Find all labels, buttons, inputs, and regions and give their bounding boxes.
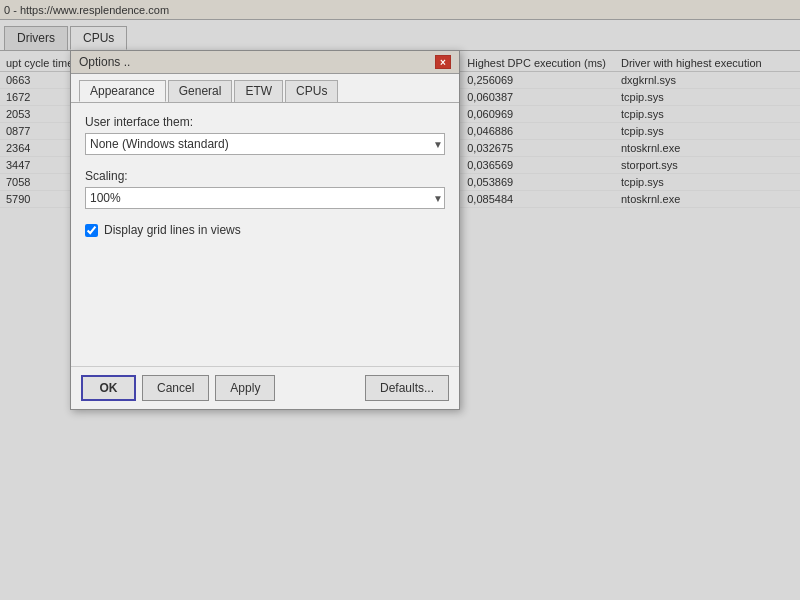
scaling-select-wrapper: 75%100%125%150% ▼ bbox=[85, 187, 445, 209]
gridlines-checkbox[interactable] bbox=[85, 224, 98, 237]
dialog-title-bar: Options .. × bbox=[71, 51, 459, 74]
dialog-tab-appearance[interactable]: Appearance bbox=[79, 80, 166, 102]
ui-theme-select-wrapper: None (Windows standard)Windows ClassicDa… bbox=[85, 133, 445, 155]
scaling-label: Scaling: bbox=[85, 169, 445, 183]
modal-overlay: Options .. × Appearance General ETW CPUs… bbox=[0, 20, 800, 600]
title-bar: 0 - https://www.resplendence.com bbox=[0, 0, 800, 20]
dialog-footer: OK Cancel Apply Defaults... bbox=[71, 366, 459, 409]
scaling-select[interactable]: 75%100%125%150% bbox=[85, 187, 445, 209]
dialog-tab-general[interactable]: General bbox=[168, 80, 233, 102]
title-text: 0 - https://www.resplendence.com bbox=[4, 4, 169, 16]
main-area: Drivers CPUs upt cycle time (s) ISR coun… bbox=[0, 20, 800, 600]
ui-theme-label: User interface them: bbox=[85, 115, 445, 129]
gridlines-label: Display grid lines in views bbox=[104, 223, 241, 237]
options-dialog: Options .. × Appearance General ETW CPUs… bbox=[70, 50, 460, 410]
dialog-tabs: Appearance General ETW CPUs bbox=[71, 74, 459, 103]
dialog-tab-etw[interactable]: ETW bbox=[234, 80, 283, 102]
ok-button[interactable]: OK bbox=[81, 375, 136, 401]
defaults-button[interactable]: Defaults... bbox=[365, 375, 449, 401]
gridlines-row: Display grid lines in views bbox=[85, 223, 445, 237]
dialog-title: Options .. bbox=[79, 55, 130, 69]
ui-theme-select[interactable]: None (Windows standard)Windows ClassicDa… bbox=[85, 133, 445, 155]
dialog-content: User interface them: None (Windows stand… bbox=[71, 103, 459, 366]
apply-button[interactable]: Apply bbox=[215, 375, 275, 401]
cancel-button[interactable]: Cancel bbox=[142, 375, 209, 401]
dialog-close-button[interactable]: × bbox=[435, 55, 451, 69]
dialog-tab-cpus[interactable]: CPUs bbox=[285, 80, 338, 102]
